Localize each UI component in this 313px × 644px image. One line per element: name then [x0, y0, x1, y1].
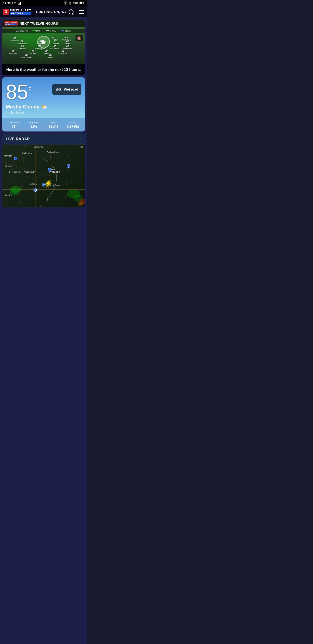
map-city-lexington: 70Lexington	[9, 50, 17, 54]
status-bar: 12:30 85° ✕ ⊘ 69%	[0, 0, 87, 6]
svg-point-17	[78, 202, 83, 206]
stat-wind: Wind SSW 6	[43, 121, 63, 128]
road-svg	[2, 145, 85, 207]
video-first-alert-badge: FIRST ALERTWEATHER	[4, 21, 18, 26]
rain-legend: RAIN	[32, 30, 41, 32]
play-button[interactable]	[37, 36, 50, 48]
video-banner: FIRST ALERTWEATHER NEXT TWELVE HOURS	[2, 20, 85, 27]
video-map-bg: FIRST ALERTWEATHER NEXT TWELVE HOURS SAT…	[2, 20, 85, 64]
video-title: NEXT TWELVE HOURS	[20, 22, 58, 25]
status-time: 12:30	[3, 2, 10, 5]
map-city-elkins: 65Elkins	[65, 40, 70, 45]
location-dot	[34, 188, 37, 192]
map-city-beckley: 70Beckley	[47, 54, 54, 58]
condition-row: Mostly Cloudy ⛅	[6, 104, 81, 110]
radar-city-mc: Mc	[80, 146, 83, 148]
play-icon	[42, 39, 46, 45]
radar-map-background: hamilton Chillicothe Parkersburg ncinnat…	[2, 145, 85, 207]
degree-symbol: °	[28, 86, 32, 95]
video-legend: SAT 1:00 AM RAIN MIXED SNOW	[2, 29, 85, 33]
sat-time: SAT 1:00 AM	[16, 30, 27, 32]
map-city-charleston: 66Charleston	[50, 45, 60, 50]
wet-road-badge: Wet road	[52, 84, 81, 95]
feels-like: Feels Like 91°	[6, 111, 81, 114]
map-city-logan: 69Logan	[43, 50, 49, 54]
map-city-prestonsburg: 70Prestonsburg	[20, 54, 32, 58]
stat-sunset: Sunset 8:37 PM	[63, 121, 83, 128]
radar-arrow-icon[interactable]: ›	[80, 137, 81, 142]
battery-icon	[79, 2, 84, 5]
logo-number: 3	[3, 9, 9, 15]
video-caption: Here is the weather for the next 12 hour…	[2, 64, 85, 75]
weather-stats: Dew Point 71° Humidity 62% Wind SSW 6 Su…	[2, 118, 85, 132]
main-content: FIRST ALERTWEATHER NEXT TWELVE HOURS SAT…	[0, 18, 87, 644]
video-thumbnail[interactable]: FIRST ALERTWEATHER NEXT TWELVE HOURS SAT…	[2, 20, 85, 64]
lightning-icon: ⚡	[44, 180, 52, 187]
interstate-79: 79	[67, 164, 70, 168]
mixed-legend: MIXED	[45, 30, 56, 32]
logo-text: FIRST ALERT WEATHER	[10, 9, 31, 15]
map-city-grayson: 68Grayson	[19, 45, 26, 50]
interstate-71: 71	[14, 156, 17, 160]
radar-city-chillicothe: Chillicothe	[22, 152, 32, 154]
weather-main: 85° Wet road Mostly Cloudy ⛅ Feels Like …	[2, 77, 85, 118]
logo: 3 FIRST ALERT WEATHER	[3, 9, 31, 15]
stat-dew-point: Dew Point 71°	[4, 121, 24, 128]
battery-percent: 69%	[73, 2, 78, 5]
logo-first-alert: FIRST ALERT	[10, 9, 31, 12]
map-city-paintsville: 70Paintsville	[28, 50, 37, 54]
map-city-spencer: 67Spencer	[52, 40, 59, 45]
search-icon[interactable]	[69, 10, 73, 14]
radar-section: LIVE RADAR ›	[2, 134, 85, 207]
radar-city-lexington: exington	[4, 194, 12, 196]
map-city-richwood: 63Richwood	[63, 45, 72, 50]
status-right: ⊘ 69%	[63, 1, 84, 5]
weather-card: 85° Wet road Mostly Cloudy ⛅ Feels Like …	[2, 77, 85, 132]
stat-humidity: Humidity 62%	[24, 121, 44, 128]
radar-title: LIVE RADAR	[6, 137, 30, 141]
weather-emoji: ⛅	[41, 104, 48, 110]
radar-city-lancaster: Lancaster	[34, 146, 43, 148]
radar-city-parkersburg: Parkersburg	[47, 151, 59, 153]
radar-map[interactable]: hamilton Chillicothe Parkersburg ncinnat…	[2, 145, 85, 207]
wet-road-icon	[55, 86, 62, 92]
svg-rect-2	[83, 2, 84, 3]
radar-city-georgetown: Georgetown	[9, 171, 21, 173]
notification-icon: ✕	[18, 2, 21, 5]
map-city-portsmouth: 68Portsmouth	[17, 40, 27, 45]
volume-icon[interactable]: 🔇	[75, 35, 83, 41]
logo-weather: WEATHER	[10, 12, 31, 15]
video-card: FIRST ALERTWEATHER NEXT TWELVE HOURS SAT…	[2, 20, 85, 75]
radar-state-label: WESTVIRGINIA	[50, 168, 60, 173]
condition-text: Mostly Cloudy	[6, 104, 39, 110]
radar-header[interactable]: LIVE RADAR ›	[2, 134, 85, 145]
svg-rect-1	[80, 2, 82, 4]
status-temp: 85°	[12, 2, 16, 5]
radar-city-cincinnati: ncinnati	[4, 165, 12, 168]
app-header: 3 FIRST ALERT WEATHER HUNTINGTON, WV	[0, 6, 87, 18]
header-location[interactable]: HUNTINGTON, WV	[36, 10, 73, 14]
svg-line-9	[2, 162, 51, 176]
video-weather-badge: WEATHER	[5, 24, 17, 25]
radar-city-portsmouth: Portsmouth	[24, 171, 35, 173]
radar-city-ashland: Ashland	[29, 183, 37, 185]
radar-city-hamilton: hamilton	[4, 155, 12, 157]
snow-legend: SNOW	[61, 30, 71, 32]
interstate-77-north: 77	[48, 167, 51, 172]
status-left: 12:30 85° ✕	[3, 2, 21, 5]
map-city-lewisburg: 68Lewisburg	[58, 50, 67, 54]
wifi-icon	[63, 1, 67, 5]
menu-button[interactable]	[79, 10, 84, 14]
wet-road-text: Wet road	[64, 88, 78, 91]
signal-icon: ⊘	[69, 2, 71, 5]
